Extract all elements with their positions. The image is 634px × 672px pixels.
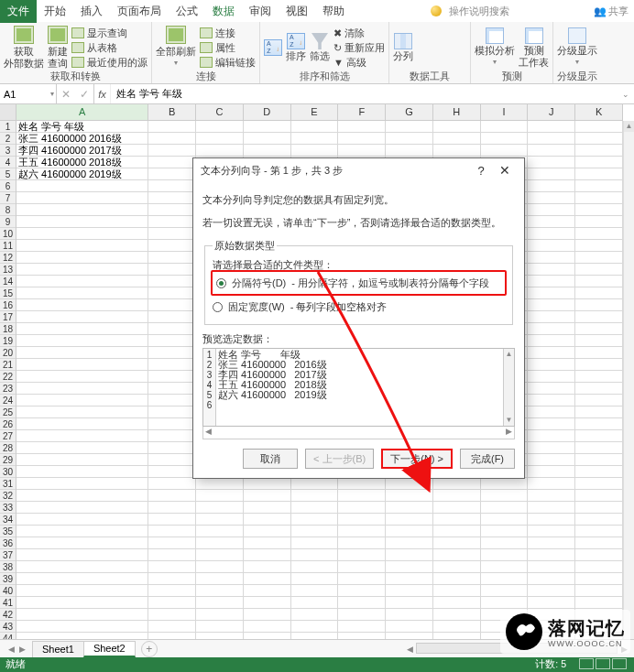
cell[interactable]: [575, 359, 623, 371]
cell[interactable]: [196, 502, 244, 514]
cell[interactable]: [196, 573, 244, 585]
cell[interactable]: [528, 133, 575, 145]
cell[interactable]: [575, 323, 623, 335]
cell[interactable]: [291, 585, 339, 597]
cell[interactable]: [291, 561, 339, 573]
tab-data[interactable]: 数据: [205, 0, 242, 23]
tab-file[interactable]: 文件: [0, 0, 37, 23]
row-header[interactable]: 33: [0, 502, 16, 514]
cell[interactable]: [528, 311, 575, 323]
cell[interactable]: [16, 490, 148, 502]
cell[interactable]: [575, 371, 623, 383]
cell[interactable]: [528, 157, 575, 168]
cell[interactable]: [528, 395, 575, 406]
filter-button[interactable]: 筛选: [310, 33, 330, 61]
fx-icon[interactable]: fx: [94, 84, 111, 103]
dialog-help-button[interactable]: ?: [469, 164, 493, 178]
scroll-up-icon[interactable]: ▲: [504, 349, 514, 360]
cell[interactable]: [244, 597, 291, 609]
cell[interactable]: [196, 526, 244, 537]
scroll-left-icon[interactable]: ◀: [205, 427, 212, 439]
cell[interactable]: [148, 347, 196, 359]
cell[interactable]: [575, 121, 623, 133]
cell[interactable]: [575, 478, 623, 490]
cell[interactable]: [291, 145, 339, 157]
tab-formulas[interactable]: 公式: [169, 0, 205, 23]
cell[interactable]: [386, 133, 433, 145]
cell[interactable]: [148, 609, 196, 621]
cell[interactable]: [148, 395, 196, 406]
cell[interactable]: [148, 252, 196, 264]
cell[interactable]: [575, 180, 623, 192]
sort-asc-button[interactable]: [264, 39, 282, 56]
cell[interactable]: [433, 502, 481, 514]
cell[interactable]: [481, 133, 529, 145]
select-all-button[interactable]: [0, 104, 16, 121]
cell[interactable]: [148, 371, 196, 383]
cell[interactable]: [575, 585, 623, 597]
tab-insert[interactable]: 插入: [73, 0, 110, 23]
cell[interactable]: [148, 502, 196, 514]
cell[interactable]: [575, 192, 623, 204]
cell[interactable]: [528, 335, 575, 347]
cell[interactable]: [575, 573, 623, 585]
cell[interactable]: [196, 537, 244, 549]
advanced-filter-button[interactable]: ▼高级: [333, 56, 385, 69]
sheet-tab-sheet1[interactable]: Sheet1: [32, 641, 84, 657]
cell[interactable]: [528, 406, 575, 418]
cell[interactable]: [16, 418, 148, 430]
row-header[interactable]: 13: [0, 264, 16, 276]
cell[interactable]: [16, 359, 148, 371]
view-buttons[interactable]: [579, 658, 629, 671]
cell[interactable]: [196, 514, 244, 526]
cell[interactable]: [16, 383, 148, 395]
dialog-close-button[interactable]: ✕: [493, 163, 517, 178]
cell[interactable]: [196, 121, 244, 133]
cell[interactable]: [148, 621, 196, 633]
cell[interactable]: [481, 121, 529, 133]
cell[interactable]: [575, 502, 623, 514]
cell[interactable]: [528, 490, 575, 502]
cell[interactable]: [148, 549, 196, 561]
cell[interactable]: [148, 514, 196, 526]
row-header[interactable]: 15: [0, 287, 16, 299]
cell[interactable]: [148, 311, 196, 323]
cell[interactable]: [528, 514, 575, 526]
cell[interactable]: [148, 168, 196, 180]
cell[interactable]: [433, 549, 481, 561]
cell[interactable]: [575, 145, 623, 157]
tell-me-search[interactable]: 操作说明搜索: [449, 5, 509, 18]
row-header[interactable]: 24: [0, 395, 16, 406]
cell[interactable]: [16, 514, 148, 526]
cell[interactable]: [148, 454, 196, 466]
cell[interactable]: 王五 41600000 2018级: [16, 157, 148, 168]
row-header[interactable]: 16: [0, 299, 16, 311]
cell[interactable]: [528, 585, 575, 597]
cell[interactable]: [575, 252, 623, 264]
row-header[interactable]: 1: [0, 121, 16, 133]
cell[interactable]: [291, 621, 339, 633]
cell[interactable]: [575, 204, 623, 216]
back-button[interactable]: < 上一步(B): [305, 449, 374, 469]
cell[interactable]: [575, 228, 623, 240]
cell[interactable]: [433, 561, 481, 573]
scroll-up-icon[interactable]: ▲: [624, 121, 634, 132]
cell[interactable]: [338, 121, 386, 133]
cell[interactable]: [148, 240, 196, 252]
cell[interactable]: [338, 478, 386, 490]
edit-links-button[interactable]: 编辑链接: [200, 56, 256, 69]
column-headers[interactable]: ABCDEFGHIJK: [16, 104, 623, 121]
scroll-right-icon[interactable]: ▶: [506, 427, 512, 439]
column-header[interactable]: B: [148, 104, 196, 120]
cell[interactable]: [433, 609, 481, 621]
cell[interactable]: [16, 347, 148, 359]
cell[interactable]: [481, 585, 529, 597]
cell[interactable]: [16, 216, 148, 228]
column-header[interactable]: J: [528, 104, 575, 120]
row-header[interactable]: 29: [0, 454, 16, 466]
row-header[interactable]: 5: [0, 168, 16, 180]
row-header[interactable]: 35: [0, 526, 16, 537]
cell[interactable]: [481, 514, 529, 526]
name-box[interactable]: A1 ▾: [0, 84, 57, 103]
cell[interactable]: [16, 430, 148, 442]
